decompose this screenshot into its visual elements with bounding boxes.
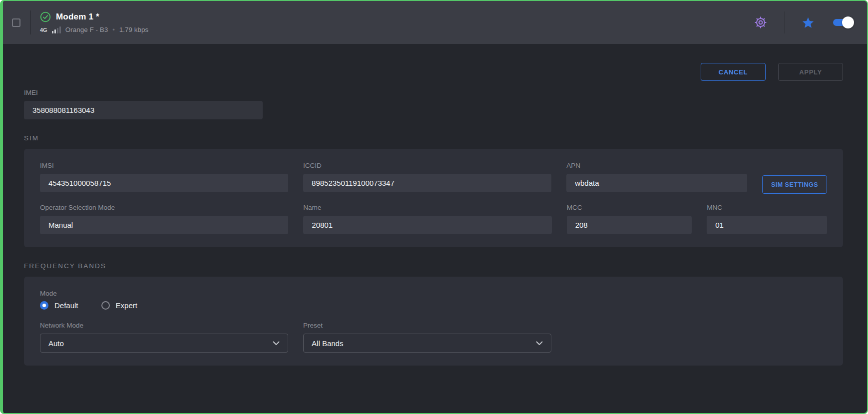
operator-mode-field: Operator Selection Mode xyxy=(40,204,288,234)
signal-bars-icon xyxy=(52,26,61,33)
network-type-badge: 4G xyxy=(40,27,47,33)
preset-field: Preset All Bands xyxy=(303,322,551,353)
radio-expert-label: Expert xyxy=(116,301,137,310)
radio-default-label: Default xyxy=(54,301,78,310)
preset-label: Preset xyxy=(303,322,551,329)
imei-field: IMEI xyxy=(24,89,843,119)
cancel-button[interactable]: CANCEL xyxy=(701,63,766,81)
imei-input[interactable] xyxy=(24,101,263,119)
imei-label: IMEI xyxy=(24,89,843,96)
select-modem-checkbox[interactable] xyxy=(12,18,20,27)
radio-default-circle xyxy=(40,301,48,310)
operator-mode-input[interactable] xyxy=(40,216,288,234)
mode-label: Mode xyxy=(40,290,827,297)
imsi-label: IMSI xyxy=(40,162,288,169)
mcc-label: MCC xyxy=(567,204,692,211)
modem-card: Modem 1 * 4G Orange F - B3 • 1.79 kbps xyxy=(0,0,868,414)
frequency-section-title: FREQUENCY BANDS xyxy=(24,262,843,270)
imsi-field: IMSI xyxy=(40,162,288,194)
mcc-input[interactable] xyxy=(567,216,692,234)
name-input[interactable] xyxy=(303,216,551,234)
mcc-field: MCC xyxy=(567,204,692,234)
modem-header: Modem 1 * 4G Orange F - B3 • 1.79 kbps xyxy=(3,1,867,44)
gear-icon[interactable] xyxy=(754,15,768,29)
chevron-down-icon xyxy=(536,341,543,346)
name-label: Name xyxy=(303,204,551,211)
screen: Modem 1 * 4G Orange F - B3 • 1.79 kbps xyxy=(0,0,868,414)
radio-default[interactable]: Default xyxy=(40,301,78,310)
radio-expert[interactable]: Expert xyxy=(101,301,137,310)
mnc-input[interactable] xyxy=(707,216,827,234)
modem-identity: Modem 1 * 4G Orange F - B3 • 1.79 kbps xyxy=(40,11,148,33)
modem-title: Modem 1 * xyxy=(56,12,99,22)
toggle-knob xyxy=(842,16,854,28)
favorite-star-icon[interactable] xyxy=(802,17,814,28)
iccid-label: ICCID xyxy=(303,162,551,169)
header-divider xyxy=(30,10,31,34)
header-actions xyxy=(754,11,852,33)
sim-section-title: SIM xyxy=(24,134,843,142)
frequency-panel: Mode Default Expert Network xyxy=(24,277,843,366)
iccid-field: ICCID xyxy=(303,162,551,194)
mnc-field: MNC xyxy=(707,204,827,234)
preset-select[interactable]: All Bands xyxy=(303,334,551,353)
preset-value: All Bands xyxy=(312,339,343,348)
modem-settings-form: CANCEL APPLY IMEI SIM IMSI ICCID xyxy=(3,44,867,413)
network-mode-field: Network Mode Auto xyxy=(40,322,288,353)
apn-field: APN xyxy=(566,162,747,194)
operator-name: Orange F - B3 xyxy=(65,26,108,33)
sim-settings-button[interactable]: SIM SETTINGS xyxy=(762,175,827,194)
radio-expert-circle xyxy=(101,301,110,310)
operator-mode-label: Operator Selection Mode xyxy=(40,204,288,211)
imsi-input[interactable] xyxy=(40,174,288,192)
sim-settings-cell: SIM SETTINGS xyxy=(762,162,827,194)
apply-button[interactable]: APPLY xyxy=(778,63,843,81)
status-check-icon xyxy=(40,11,51,22)
apn-input[interactable] xyxy=(566,174,747,192)
apn-label: APN xyxy=(566,162,747,169)
chevron-down-icon xyxy=(273,341,280,346)
form-actions: CANCEL APPLY xyxy=(24,63,843,81)
mode-radio-group: Default Expert xyxy=(40,301,827,310)
name-field: Name xyxy=(303,204,551,234)
network-mode-label: Network Mode xyxy=(40,322,288,329)
modem-enabled-toggle[interactable] xyxy=(833,19,852,26)
sim-panel: IMSI ICCID APN SIM SETTINGS xyxy=(24,149,843,247)
iccid-input[interactable] xyxy=(303,174,551,192)
dot-separator: • xyxy=(112,26,115,33)
network-mode-value: Auto xyxy=(48,339,64,348)
network-mode-select[interactable]: Auto xyxy=(40,334,288,353)
throughput-value: 1.79 kbps xyxy=(119,26,149,33)
mode-field: Mode Default Expert xyxy=(40,290,827,310)
mnc-label: MNC xyxy=(707,204,827,211)
header-divider-right xyxy=(785,11,785,33)
